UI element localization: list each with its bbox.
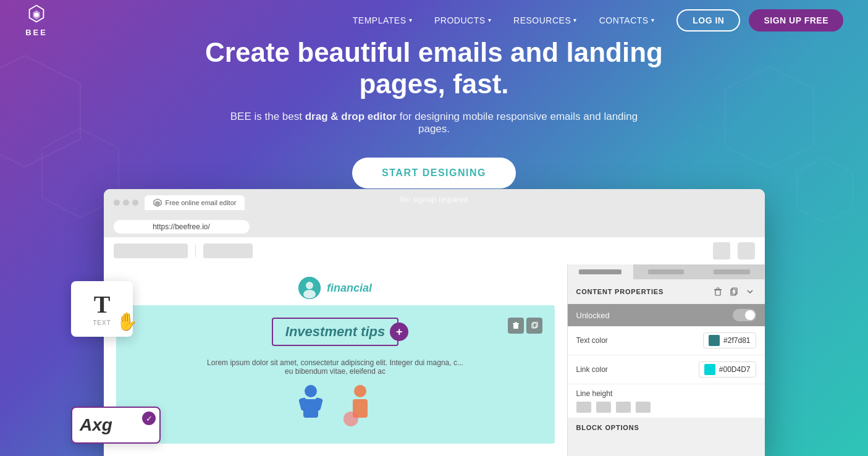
toolbar-icon-1: [713, 242, 730, 260]
svg-rect-12: [513, 324, 518, 329]
browser-mockup: Free online email editor https://beefree…: [104, 189, 765, 456]
panel-tab-bar-3: [714, 269, 750, 274]
login-button[interactable]: LOG IN: [676, 9, 740, 32]
panel-tabs: [568, 264, 765, 279]
panel-icon-trash[interactable]: [712, 285, 724, 298]
toolbar-block-1: [114, 243, 188, 258]
line-height-icon-2[interactable]: [596, 402, 611, 413]
person2-illustration: [342, 382, 379, 431]
browser-toolbar: [104, 237, 765, 264]
chevron-down-icon: ▾: [409, 17, 413, 23]
editor-area: financial Investment tips + Lorem ipsum …: [104, 264, 765, 456]
text-color-label: Text color: [576, 336, 608, 345]
person1-illustration: [292, 382, 329, 431]
unlocked-toggle[interactable]: [733, 309, 756, 321]
panel-section-icons: [712, 285, 756, 298]
link-color-label: Link color: [576, 365, 608, 374]
line-height-icon-3[interactable]: [616, 402, 631, 413]
favicon-icon: [153, 198, 162, 207]
content-properties-label: CONTENT PROPERTIES: [576, 288, 664, 295]
panel-tab-bar-2: [648, 269, 685, 274]
toggle-knob: [745, 310, 755, 320]
financial-avatar: [298, 277, 321, 299]
cursor-hand-icon: ✋: [116, 311, 138, 332]
no-signup-text: No signup required: [400, 195, 468, 204]
unlocked-label: Unlocked: [576, 311, 610, 320]
toolbar-divider: [195, 245, 196, 257]
svg-point-10: [306, 282, 313, 289]
panel-tab-2[interactable]: [633, 264, 699, 279]
panel-icon-chevron[interactable]: [744, 285, 756, 298]
block-options-header: BLOCK OPTIONS: [568, 418, 765, 437]
main-nav: BEE TEMPLATES▾ PRODUCTS▾ RESOURCES▾ CONT…: [0, 0, 868, 40]
copy-icon: [730, 287, 738, 296]
svg-marker-2: [725, 67, 814, 168]
bottom-card-content: Axg ✓: [72, 408, 159, 442]
browser-dots: [114, 200, 138, 206]
nav-contacts[interactable]: CONTACTS▾: [599, 15, 654, 25]
nav-resources[interactable]: RESOURCES▾: [513, 15, 577, 25]
axg-text: Axg: [80, 415, 112, 435]
investment-title-text: Investment tips: [285, 324, 385, 339]
bee-logo-icon: [25, 3, 48, 27]
signup-button[interactable]: SIGN UP FREE: [749, 9, 843, 32]
start-designing-button[interactable]: START DESIGNING: [352, 158, 516, 188]
add-block-button[interactable]: +: [390, 323, 408, 341]
nav-actions: LOG IN SIGN UP FREE: [676, 9, 843, 32]
text-drag-widget[interactable]: T TEXT ✋: [71, 281, 133, 337]
toolbar-icon-2: [738, 242, 755, 260]
text-drag-letter: T: [94, 292, 111, 317]
svg-rect-26: [717, 288, 719, 290]
nav-products[interactable]: PRODUCTS▾: [434, 15, 491, 25]
logo[interactable]: BEE: [25, 3, 48, 37]
browser-dot-1: [114, 200, 120, 206]
svg-point-11: [303, 290, 316, 298]
svg-point-23: [343, 412, 358, 426]
bottom-card: Axg ✓: [71, 407, 161, 444]
browser-dot-3: [132, 200, 138, 206]
svg-marker-8: [155, 201, 160, 206]
chevron-down-icon: ▾: [651, 17, 655, 23]
text-color-swatch[interactable]: #2f7d81: [703, 332, 756, 348]
avatar-icon: [298, 277, 321, 299]
panel-tab-bar-1: [579, 269, 622, 274]
panel-tab-3[interactable]: [699, 264, 764, 279]
svg-point-21: [354, 385, 366, 397]
link-color-row: Link color #00D4D7: [568, 355, 765, 384]
line-height-icon-4[interactable]: [636, 402, 651, 413]
link-color-value: #00D4D7: [719, 365, 751, 374]
link-color-swatch[interactable]: #00D4D7: [699, 361, 756, 378]
illustration-area: [129, 382, 542, 431]
hero-subtitle: BEE is the best drag & drop editor for d…: [218, 111, 651, 135]
text-drag-label: TEXT: [93, 319, 111, 326]
toolbar-block-2: [203, 243, 253, 258]
copy-button[interactable]: [526, 318, 542, 334]
panel-tab-1[interactable]: [568, 264, 633, 279]
check-badge: ✓: [142, 412, 156, 425]
nav-templates[interactable]: TEMPLATES▾: [353, 15, 412, 25]
logo-text: BEE: [25, 28, 48, 37]
line-height-label: Line height: [576, 389, 756, 398]
text-color-box: [709, 335, 720, 346]
financial-brand-name: financial: [327, 282, 372, 295]
chevron-down-icon: ▾: [573, 17, 577, 23]
line-height-icons: [576, 402, 756, 413]
panel-icon-copy[interactable]: [728, 285, 740, 298]
text-color-row: Text color #2f7d81: [568, 326, 765, 355]
text-color-value: #2f7d81: [723, 336, 750, 345]
chevron-down-icon: ▾: [488, 17, 492, 23]
lorem-text-1: Lorem ipsum dolor sit amet, consectetur …: [129, 358, 542, 367]
svg-rect-14: [515, 323, 517, 324]
hero-title: Create beautiful emails and landing page…: [187, 37, 681, 99]
block-options-label: BLOCK OPTIONS: [576, 424, 639, 431]
delete-button[interactable]: [508, 318, 524, 334]
chevron-down-icon: [746, 287, 754, 296]
editor-content-area: Investment tips + Lorem ipsum dolor sit …: [116, 305, 555, 444]
unlocked-row: Unlocked: [568, 304, 765, 326]
link-color-box: [704, 364, 715, 375]
lorem-text-2: eu bibendum vitae, eleifend ac: [129, 367, 542, 376]
svg-rect-24: [715, 290, 720, 295]
line-height-icon-1[interactable]: [576, 402, 591, 413]
copy-icon: [531, 322, 538, 329]
trash-icon: [714, 287, 722, 296]
